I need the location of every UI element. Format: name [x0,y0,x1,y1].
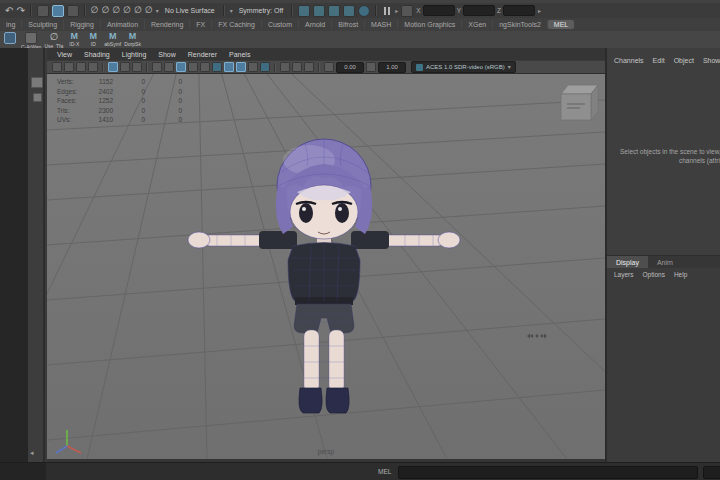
render-current-frame-icon[interactable] [358,5,370,17]
snap-to-curves-icon[interactable] [52,5,64,17]
z-coord-input[interactable] [503,5,535,16]
live-surface-dropdown[interactable]: No Live Surface [162,7,218,14]
menu-help[interactable]: Help [674,271,687,278]
xray-icon[interactable] [248,62,258,72]
arrow-right-icon[interactable]: ▸ [395,8,398,14]
menu-layers[interactable]: Layers [614,271,634,278]
hud-label: UVs: [57,116,91,123]
exposure-icon[interactable] [324,62,334,72]
live-surface-label: No Live Surface [165,7,215,14]
box-prop[interactable] [561,85,598,120]
camera-attributes-icon[interactable] [76,62,86,72]
chevron-down-icon[interactable]: ▾ [230,8,233,14]
collapse-panel-arrow-icon[interactable]: ◂ [30,449,34,457]
2d-pan-zoom-icon[interactable] [120,62,130,72]
z-coord-label: Z [497,7,501,14]
screen-space-ao-icon[interactable] [212,62,222,72]
lock-camera-icon[interactable] [64,62,74,72]
wireframe-icon[interactable] [152,62,162,72]
viewport-canvas[interactable]: Verts: 1152 0 0 Edges: 2402 0 0 Faces: 1… [47,74,605,459]
bookmarks-icon[interactable] [88,62,98,72]
shelf-tab-sculpting[interactable]: Sculpting [22,20,64,29]
selection-mask-component-icon[interactable]: ∅ [112,6,120,15]
hypershade-icon[interactable] [343,5,355,17]
shelf-tab-animation[interactable]: Animation [101,20,145,29]
object-details-icon[interactable] [401,5,413,17]
xray-joints-icon[interactable] [260,62,270,72]
mel-language-toggle[interactable]: MEL [378,468,391,475]
field-chart-icon[interactable] [292,62,302,72]
command-result-field[interactable] [703,466,720,479]
colorspace-select[interactable]: ACES 1.0 SDR-video (sRGB) ▾ [411,61,516,73]
shelf-button-5[interactable]: M ID [85,32,101,47]
shelf-button-7[interactable]: M DorpSk [124,32,141,47]
y-coord-input[interactable] [463,5,495,16]
gamma-input[interactable]: 1.00 [378,62,406,73]
render-settings-icon[interactable] [328,5,340,17]
textured-icon[interactable] [176,62,186,72]
select-tool-icon[interactable] [31,77,43,88]
command-input[interactable] [398,466,698,479]
shelf-tab-bifrost[interactable]: Bifrost [332,20,365,29]
isolate-select-icon[interactable] [280,62,290,72]
shelf-tab-modeling[interactable]: ing [0,20,22,29]
snap-to-viewplane-icon[interactable]: ∅ [145,6,153,15]
character-model[interactable] [188,139,460,413]
exposure-input[interactable]: 0.00 [336,62,364,73]
shelf-button-1[interactable] [2,32,18,44]
shelf-tab-fx[interactable]: FX [190,20,212,29]
ipr-render-icon[interactable] [313,5,325,17]
shelf-tab-rigging[interactable]: Rigging [64,20,101,29]
snap-to-projected-center-icon[interactable]: ∅ [123,6,131,15]
shelf-button-6[interactable]: M abSymf [104,32,121,47]
menu-shading[interactable]: Shading [84,51,110,58]
snap-to-points-icon[interactable] [67,5,79,17]
shelf-tab-xgen[interactable]: XGen [462,20,493,29]
gamma-icon[interactable] [366,62,376,72]
resolution-gate-icon[interactable] [304,62,314,72]
tab-display[interactable]: Display [607,256,648,268]
arrow-right-icon[interactable]: ▸ [538,8,541,14]
shaded-icon[interactable] [164,62,174,72]
shelf-tab-mash[interactable]: MASH [365,20,398,29]
symmetry-dropdown[interactable]: Symmetry: Off [236,7,287,14]
undo-icon[interactable]: ↶ [5,6,13,16]
render-view-icon[interactable] [298,5,310,17]
redo-icon[interactable]: ↷ [16,6,24,16]
shelf-tab-ngskintools2[interactable]: ngSkinTools2 [493,20,548,29]
select-camera-icon[interactable] [52,62,62,72]
wireframe-on-shaded-icon[interactable] [236,62,246,72]
menu-channels[interactable]: Channels [614,57,644,64]
tab-anim[interactable]: Anim [648,256,682,268]
selection-mask-hierarchy-icon[interactable]: ∅ [91,6,99,15]
shelf-button-3[interactable]: ∅ Use_Tfa [44,32,63,49]
shelf-tab-rendering[interactable]: Rendering [145,20,190,29]
grease-pencil-icon[interactable] [132,62,142,72]
image-plane-icon[interactable] [108,62,118,72]
menu-renderer[interactable]: Renderer [188,51,217,58]
menu-object[interactable]: Object [674,57,694,64]
shelf-tab-fx-caching[interactable]: FX Caching [212,20,262,29]
lasso-tool-icon[interactable] [33,93,42,102]
menu-options[interactable]: Options [643,271,665,278]
shelf-button-4[interactable]: M ID-X [66,32,82,47]
make-live-icon[interactable]: ∅ [134,6,142,15]
menu-edit[interactable]: Edit [653,57,665,64]
shelf-tab-arnold[interactable]: Arnold [299,20,332,29]
menu-view[interactable]: View [57,51,72,58]
chevron-down-icon[interactable]: ▾ [156,8,159,14]
use-all-lights-icon[interactable] [188,62,198,72]
pause-icon[interactable] [384,7,390,15]
menu-show[interactable]: Show [158,51,176,58]
selection-mask-object-icon[interactable]: ∅ [102,6,110,15]
anti-aliasing-icon[interactable] [224,62,234,72]
menu-show[interactable]: Show [703,57,720,64]
menu-panels[interactable]: Panels [229,51,250,58]
menu-lighting[interactable]: Lighting [122,51,147,58]
shelf-tab-custom[interactable]: Custom [262,20,299,29]
shadows-icon[interactable] [200,62,210,72]
snap-to-grid-icon[interactable] [37,5,49,17]
shelf-tab-mel[interactable]: MEL [548,20,574,29]
shelf-tab-motion-graphics[interactable]: Motion Graphics [398,20,462,29]
x-coord-input[interactable] [423,5,455,16]
